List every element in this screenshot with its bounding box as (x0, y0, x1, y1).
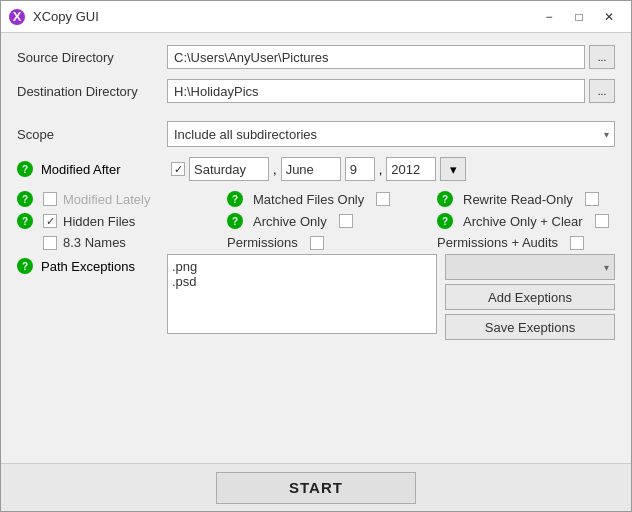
permissions-audits-option: Permissions + Audits (437, 235, 615, 250)
source-directory-row: Source Directory ... (17, 45, 615, 69)
modified-after-controls: , , ▾ (171, 157, 615, 181)
archive-only-clear-info-icon[interactable]: ? (437, 213, 453, 229)
scope-dropdown-wrap: Include all subdirectories ▾ (167, 121, 615, 147)
destination-label: Destination Directory (17, 84, 167, 99)
rewrite-readonly-option: ? Rewrite Read-Only (437, 191, 615, 207)
names-83-label: 8.3 Names (63, 235, 126, 250)
path-exceptions-dropdown-wrap: ▾ (445, 254, 615, 280)
names-83-checkbox[interactable] (43, 236, 57, 250)
start-bar: START (1, 463, 631, 511)
date-day-name[interactable] (189, 157, 269, 181)
path-exceptions-info-icon[interactable]: ? (17, 258, 33, 274)
matched-files-label: Matched Files Only (253, 192, 364, 207)
window-title: XCopy GUI (33, 9, 99, 24)
minimize-button[interactable]: − (535, 6, 563, 28)
archive-only-clear-option: ? Archive Only + Clear (437, 213, 615, 229)
rewrite-readonly-checkbox[interactable] (585, 192, 599, 206)
archive-only-info-icon[interactable]: ? (227, 213, 243, 229)
titlebar-left: X XCopy GUI (9, 9, 99, 25)
options-row-2: ? Hidden Files ? Archive Only ? Archive … (17, 213, 615, 229)
titlebar-controls: − □ ✕ (535, 6, 623, 28)
hidden-files-option: ? Hidden Files (17, 213, 227, 229)
content-area: Source Directory ... Destination Directo… (1, 33, 631, 463)
modified-after-label: Modified After (41, 162, 121, 177)
main-window: X XCopy GUI − □ ✕ Source Directory ... D… (0, 0, 632, 512)
destination-directory-row: Destination Directory ... (17, 79, 615, 103)
app-icon: X (9, 9, 25, 25)
path-exceptions-buttons: ▾ Add Exeptions Save Exeptions (445, 254, 615, 340)
hidden-files-info-icon[interactable]: ? (17, 213, 33, 229)
path-exceptions-row: ? Path Exceptions .png .psd ▾ Add Exepti… (17, 254, 615, 340)
source-label: Source Directory (17, 50, 167, 65)
permissions-label: Permissions (227, 235, 298, 250)
rewrite-readonly-info-icon[interactable]: ? (437, 191, 453, 207)
archive-only-clear-checkbox[interactable] (595, 214, 609, 228)
permissions-audits-checkbox[interactable] (570, 236, 584, 250)
destination-browse-button[interactable]: ... (589, 79, 615, 103)
permissions-checkbox[interactable] (310, 236, 324, 250)
date-year[interactable] (386, 157, 436, 181)
save-exceptions-button[interactable]: Save Exeptions (445, 314, 615, 340)
path-exceptions-dropdown[interactable] (445, 254, 615, 280)
archive-only-option: ? Archive Only (227, 213, 437, 229)
archive-only-label: Archive Only (253, 214, 327, 229)
modified-after-info-icon[interactable]: ? (17, 161, 33, 177)
matched-files-option: ? Matched Files Only (227, 191, 437, 207)
modified-lately-info-icon[interactable]: ? (17, 191, 33, 207)
titlebar: X XCopy GUI − □ ✕ (1, 1, 631, 33)
matched-files-info-icon[interactable]: ? (227, 191, 243, 207)
options-row-1: ? Modified Lately ? Matched Files Only ?… (17, 191, 615, 207)
destination-input[interactable] (167, 79, 585, 103)
hidden-files-checkbox[interactable] (43, 214, 57, 228)
path-exceptions-label: Path Exceptions (41, 259, 135, 274)
path-exceptions-content: .png .psd ▾ Add Exeptions Save Exeptions (167, 254, 615, 340)
modified-lately-label: Modified Lately (63, 192, 150, 207)
source-input[interactable] (167, 45, 585, 69)
scope-row: Scope Include all subdirectories ▾ (17, 121, 615, 147)
scope-dropdown[interactable]: Include all subdirectories (167, 121, 615, 147)
date-day[interactable] (345, 157, 375, 181)
close-button[interactable]: ✕ (595, 6, 623, 28)
archive-only-clear-label: Archive Only + Clear (463, 214, 583, 229)
path-exceptions-label-wrap: ? Path Exceptions (17, 254, 167, 274)
path-exceptions-textarea[interactable]: .png .psd (167, 254, 437, 334)
hidden-files-label: Hidden Files (63, 214, 135, 229)
matched-files-checkbox[interactable] (376, 192, 390, 206)
names-83-option: 8.3 Names (17, 235, 227, 250)
date-picker-button[interactable]: ▾ (440, 157, 466, 181)
scope-label: Scope (17, 127, 167, 142)
modified-after-row: ? Modified After , , ▾ (17, 157, 615, 181)
modified-after-label-wrap: ? Modified After (17, 161, 167, 177)
permissions-option: Permissions (227, 235, 437, 250)
source-input-wrap: ... (167, 45, 615, 69)
destination-input-wrap: ... (167, 79, 615, 103)
start-button[interactable]: START (216, 472, 416, 504)
rewrite-readonly-label: Rewrite Read-Only (463, 192, 573, 207)
modified-lately-checkbox[interactable] (43, 192, 57, 206)
modified-after-checkbox[interactable] (171, 162, 185, 176)
add-exceptions-button[interactable]: Add Exeptions (445, 284, 615, 310)
maximize-button[interactable]: □ (565, 6, 593, 28)
options-row-3: 8.3 Names Permissions Permissions + Audi… (17, 235, 615, 250)
modified-lately-option: ? Modified Lately (17, 191, 227, 207)
archive-only-checkbox[interactable] (339, 214, 353, 228)
source-browse-button[interactable]: ... (589, 45, 615, 69)
date-month[interactable] (281, 157, 341, 181)
permissions-audits-label: Permissions + Audits (437, 235, 558, 250)
